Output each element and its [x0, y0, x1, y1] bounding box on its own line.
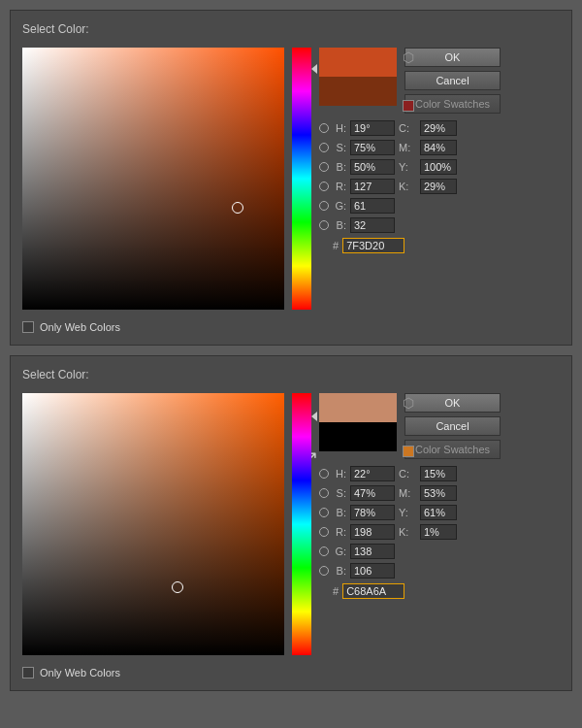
s-label-2: S:	[333, 487, 346, 499]
y-input-1[interactable]	[420, 159, 457, 175]
b-rgb-input-1[interactable]	[350, 217, 395, 233]
web-colors-row-1: Only Web Colors	[22, 321, 560, 333]
hue-gradient-2	[292, 393, 311, 655]
fields-2: H: C: S: M: B: Y:	[319, 465, 560, 600]
hue-gradient-1	[292, 48, 311, 310]
b-rgb-radio-1[interactable]	[319, 220, 329, 230]
g-label-2: G:	[333, 546, 346, 557]
color-picker-2[interactable]: ↗	[22, 393, 284, 655]
hue-slider-2[interactable]	[292, 393, 311, 655]
k-label-1: K:	[399, 181, 416, 192]
r-row-1: R: K:	[319, 178, 560, 195]
g-label-1: G:	[333, 200, 346, 212]
c-label-1: C:	[399, 122, 416, 134]
button-group-1: OK Cancel Color Swatches	[404, 48, 501, 114]
b-rgb-input-2[interactable]	[350, 563, 395, 579]
color-preview-2: ⬡	[319, 393, 397, 459]
g-radio-2[interactable]	[319, 546, 329, 556]
b-rgb-label-1: B:	[333, 219, 346, 231]
h-row-2: H: C:	[319, 465, 560, 482]
new-color-1	[319, 48, 397, 77]
right-panel-1: ⬡ OK Cancel Color Swatches H: C:	[319, 48, 560, 254]
dialog-2-title: Select Color:	[22, 368, 560, 381]
y-label-1: Y:	[399, 161, 416, 173]
g-input-1[interactable]	[350, 198, 395, 214]
b-hsb-input-1[interactable]	[350, 159, 395, 175]
fields-1: H: C: S: M: B: Y:	[319, 119, 560, 254]
m-label-2: M:	[399, 487, 416, 499]
web-colors-checkbox-1[interactable]	[22, 321, 34, 333]
hue-slider-1[interactable]	[292, 48, 311, 310]
web-colors-row-2: Only Web Colors	[22, 667, 560, 678]
hue-arrow-2	[311, 412, 317, 421]
g-input-2[interactable]	[350, 544, 395, 559]
color-dialog-2: Select Color: ↗ ⬡	[10, 355, 572, 691]
b-hsb-row-1: B: Y:	[319, 158, 560, 176]
swatches-button-2[interactable]: Color Swatches	[404, 440, 501, 459]
hex-input-2[interactable]	[342, 583, 404, 599]
h-label-2: H:	[333, 468, 346, 480]
m-input-2[interactable]	[420, 485, 457, 501]
right-panel-2: ⬡ OK Cancel Color Swatches H: C:	[319, 393, 560, 600]
s-row-1: S: M:	[319, 139, 560, 156]
top-right-2: ⬡ OK Cancel Color Swatches	[319, 393, 560, 459]
h-radio-1[interactable]	[319, 123, 329, 133]
m-label-1: M:	[399, 142, 416, 153]
s-radio-2[interactable]	[319, 488, 329, 498]
dialog-1-title: Select Color:	[22, 22, 560, 36]
g-radio-1[interactable]	[319, 201, 329, 211]
r-input-1[interactable]	[350, 179, 395, 194]
h-input-2[interactable]	[350, 466, 395, 481]
r-input-2[interactable]	[350, 524, 395, 540]
s-input-1[interactable]	[350, 140, 395, 155]
s-label-1: S:	[333, 142, 346, 153]
g-row-2: G:	[319, 543, 560, 560]
small-swatch-2	[403, 446, 414, 457]
top-right-1: ⬡ OK Cancel Color Swatches	[319, 48, 560, 114]
b-hsb-radio-1[interactable]	[319, 162, 329, 172]
cube-icon-1: ⬡	[403, 50, 414, 65]
web-colors-label-1: Only Web Colors	[40, 321, 120, 333]
small-swatch-1	[403, 100, 414, 112]
dialog-2-body: ↗ ⬡ OK Cancel Color Swatches	[22, 393, 560, 655]
r-radio-1[interactable]	[319, 182, 329, 191]
h-radio-2[interactable]	[319, 469, 329, 479]
c-label-2: C:	[399, 468, 416, 480]
hash-2: #	[333, 585, 339, 597]
s-row-2: S: M:	[319, 484, 560, 502]
b-rgb-row-1: B:	[319, 216, 560, 234]
ok-button-2[interactable]: OK	[404, 393, 501, 413]
r-radio-2[interactable]	[319, 527, 329, 537]
color-picker-1[interactable]	[22, 48, 284, 310]
hex-row-1: #	[319, 237, 560, 254]
g-row-1: G:	[319, 197, 560, 215]
b-hsb-label-2: B:	[333, 507, 346, 518]
dialog-1-body: ⬡ OK Cancel Color Swatches H: C:	[22, 48, 560, 310]
c-input-2[interactable]	[420, 466, 457, 481]
hex-input-1[interactable]	[342, 238, 404, 253]
h-row-1: H: C:	[319, 119, 560, 137]
s-radio-1[interactable]	[319, 143, 329, 152]
web-colors-checkbox-2[interactable]	[22, 667, 34, 678]
b-rgb-radio-2[interactable]	[319, 566, 329, 576]
web-colors-label-2: Only Web Colors	[40, 667, 120, 678]
c-input-1[interactable]	[420, 120, 457, 136]
b-hsb-input-2[interactable]	[350, 505, 395, 520]
b-hsb-radio-2[interactable]	[319, 508, 329, 517]
cancel-button-2[interactable]: Cancel	[404, 416, 501, 436]
b-rgb-label-2: B:	[333, 565, 346, 577]
ok-button-1[interactable]: OK	[404, 48, 501, 67]
cube-icon-2: ⬡	[403, 395, 414, 411]
k-input-1[interactable]	[420, 179, 457, 194]
button-group-2: OK Cancel Color Swatches	[404, 393, 501, 459]
k-input-2[interactable]	[420, 524, 457, 540]
m-input-1[interactable]	[420, 140, 457, 155]
h-input-1[interactable]	[350, 120, 395, 136]
hue-arrow-1	[311, 64, 317, 74]
current-color-2	[319, 422, 397, 451]
cancel-button-1[interactable]: Cancel	[404, 71, 501, 90]
swatches-button-1[interactable]: Color Swatches	[404, 94, 501, 114]
s-input-2[interactable]	[350, 485, 395, 501]
y-input-2[interactable]	[420, 505, 457, 520]
b-hsb-label-1: B:	[333, 161, 346, 173]
